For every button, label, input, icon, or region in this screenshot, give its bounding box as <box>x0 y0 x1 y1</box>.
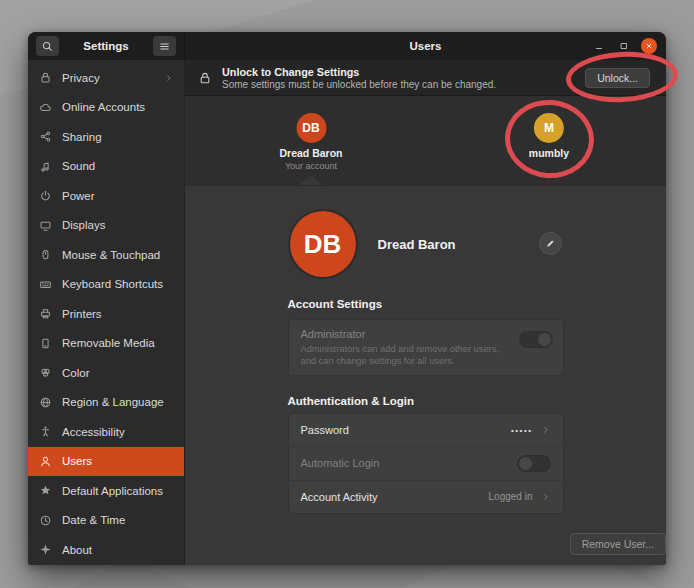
unlock-banner-text: Unlock to Change Settings Some settings … <box>222 66 496 90</box>
sidebar-item-label: Privacy <box>62 72 100 84</box>
about-icon <box>38 543 53 556</box>
password-value: ••••• <box>511 426 533 435</box>
auth-heading: Authentication & Login <box>288 395 564 407</box>
color-icon <box>38 366 53 379</box>
mouse-icon <box>38 248 53 261</box>
sidebar-item-sound[interactable]: Sound <box>28 152 184 182</box>
globe-icon <box>38 396 53 409</box>
sidebar-item-region-language[interactable]: Region & Language <box>28 388 184 418</box>
sidebar-item-label: Displays <box>62 219 105 231</box>
edit-avatar-button[interactable] <box>539 232 562 255</box>
user-carousel: DB Dread Baron Your account M mumbly <box>185 96 666 186</box>
user-detail: DB Dread Baron Account Settings Administ… <box>185 186 666 565</box>
search-icon <box>41 40 54 53</box>
sidebar-item-label: Mouse & Touchpad <box>62 249 160 261</box>
sidebar-item-label: Keyboard Shortcuts <box>62 278 163 290</box>
account-settings-heading: Account Settings <box>288 298 564 310</box>
unlock-banner: Unlock to Change Settings Some settings … <box>185 60 666 96</box>
carousel-user-dread-baron[interactable]: DB Dread Baron Your account <box>279 113 342 171</box>
chevron-right-icon <box>163 73 174 83</box>
sidebar-item-label: About <box>62 544 92 556</box>
sidebar: Privacy Online Accounts Sharing Sound Po… <box>28 60 185 565</box>
sidebar-item-label: Date & Time <box>62 514 125 526</box>
carousel-user-name: mumbly <box>529 147 569 159</box>
sidebar-item-keyboard-shortcuts[interactable]: Keyboard Shortcuts <box>28 270 184 300</box>
display-icon <box>38 219 53 232</box>
sidebar-item-mouse-touchpad[interactable]: Mouse & Touchpad <box>28 240 184 270</box>
avatar-dread-baron: DB <box>296 113 326 143</box>
printer-icon <box>38 307 53 320</box>
administrator-description: Administrators can add and remove other … <box>301 343 511 367</box>
sidebar-item-printers[interactable]: Printers <box>28 299 184 329</box>
profile-avatar: DB <box>290 211 356 277</box>
users-panel: Unlock to Change Settings Some settings … <box>185 60 666 565</box>
lock-icon <box>38 71 53 84</box>
cloud-icon <box>38 101 53 114</box>
sidebar-item-color[interactable]: Color <box>28 358 184 388</box>
sidebar-item-label: Users <box>62 455 92 467</box>
sidebar-item-label: Default Applications <box>62 485 163 497</box>
app-title: Settings <box>83 40 128 52</box>
unlock-banner-subtitle: Some settings must be unlocked before th… <box>222 79 496 90</box>
carousel-selection-notch <box>299 175 323 185</box>
close-button[interactable] <box>641 38 657 54</box>
sidebar-item-label: Sharing <box>62 131 102 143</box>
settings-window: Settings Users Privacy <box>28 32 666 565</box>
sidebar-item-label: Color <box>62 367 89 379</box>
automatic-login-label: Automatic Login <box>301 457 380 469</box>
sidebar-item-power[interactable]: Power <box>28 181 184 211</box>
sidebar-item-about[interactable]: About <box>28 535 184 565</box>
keyboard-icon <box>38 278 53 291</box>
minimize-button[interactable] <box>591 38 607 54</box>
share-icon <box>38 130 53 143</box>
pencil-icon <box>545 238 556 249</box>
sound-icon <box>38 160 53 173</box>
profile-name: Dread Baron <box>378 237 456 252</box>
sidebar-item-sharing[interactable]: Sharing <box>28 122 184 152</box>
sidebar-item-date-time[interactable]: Date & Time <box>28 506 184 536</box>
carousel-user-name: Dread Baron <box>279 147 342 159</box>
administrator-toggle <box>519 331 553 348</box>
carousel-user-subtitle: Your account <box>285 161 337 171</box>
sidebar-item-users[interactable]: Users <box>28 447 184 477</box>
users-icon <box>38 455 53 468</box>
unlock-banner-title: Unlock to Change Settings <box>222 66 496 78</box>
maximize-button[interactable] <box>616 38 632 54</box>
accessibility-icon <box>38 425 53 438</box>
window-controls <box>591 32 657 60</box>
search-button[interactable] <box>36 36 59 56</box>
page-title: Users <box>410 40 442 52</box>
toggle-knob <box>538 333 551 346</box>
account-activity-value: Logged in <box>489 491 533 502</box>
chevron-right-icon <box>541 425 551 435</box>
password-label: Password <box>301 424 349 436</box>
sidebar-item-accessibility[interactable]: Accessibility <box>28 417 184 447</box>
remove-user-button: Remove User... <box>570 533 666 555</box>
account-activity-label: Account Activity <box>301 491 378 503</box>
sidebar-item-privacy[interactable]: Privacy <box>28 63 184 93</box>
titlebar: Settings Users <box>28 32 666 60</box>
toggle-knob <box>519 457 532 470</box>
star-icon <box>38 484 53 497</box>
avatar-mumbly: M <box>534 113 564 143</box>
close-icon <box>645 42 653 50</box>
sidebar-item-removable-media[interactable]: Removable Media <box>28 329 184 359</box>
account-activity-row[interactable]: Account Activity Logged in <box>289 480 563 513</box>
minimize-icon <box>594 41 604 51</box>
sidebar-item-label: Sound <box>62 160 95 172</box>
administrator-row: Administrator Administrators can add and… <box>288 319 564 376</box>
media-icon <box>38 337 53 350</box>
sidebar-item-default-applications[interactable]: Default Applications <box>28 476 184 506</box>
password-row[interactable]: Password ••••• <box>289 414 563 446</box>
sidebar-item-displays[interactable]: Displays <box>28 211 184 241</box>
lock-icon <box>198 71 212 85</box>
profile-row: DB Dread Baron <box>288 208 564 280</box>
hamburger-menu-icon <box>158 40 171 53</box>
menu-button[interactable] <box>153 36 176 56</box>
sidebar-item-online-accounts[interactable]: Online Accounts <box>28 93 184 123</box>
main-header: Users <box>185 32 666 60</box>
carousel-user-mumbly[interactable]: M mumbly <box>529 113 569 159</box>
unlock-button[interactable]: Unlock... <box>585 68 650 88</box>
maximize-icon <box>619 41 629 51</box>
automatic-login-toggle <box>517 455 551 472</box>
